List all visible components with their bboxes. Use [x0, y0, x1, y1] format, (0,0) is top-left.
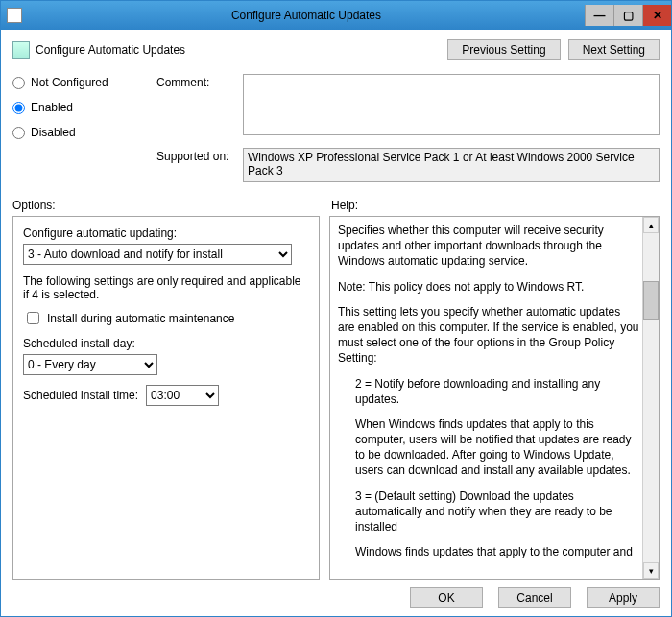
help-p2: Note: This policy does not apply to Wind…: [338, 279, 639, 295]
titlebar: Configure Automatic Updates — ▢ ✕: [1, 1, 671, 30]
cancel-button[interactable]: Cancel: [498, 587, 571, 608]
radio-not-configured-label: Not Configured: [31, 76, 108, 89]
next-setting-button[interactable]: Next Setting: [568, 39, 660, 60]
configure-updating-select[interactable]: 2 - Notify for download and notify for i…: [23, 244, 292, 265]
help-p4: 2 = Notify before downloading and instal…: [338, 376, 639, 407]
scheduled-time-label: Scheduled install time:: [23, 389, 138, 402]
help-pane: Specifies whether this computer will rec…: [329, 216, 660, 580]
policy-icon: [12, 41, 30, 59]
scheduled-day-label: Scheduled install day:: [23, 337, 309, 350]
radio-enabled[interactable]: Enabled: [12, 101, 156, 114]
help-text: Specifies whether this computer will rec…: [338, 223, 659, 559]
configure-updating-label: Configure automatic updating:: [23, 226, 309, 240]
radio-not-configured-input[interactable]: [12, 77, 25, 89]
scroll-track[interactable]: [643, 233, 659, 562]
ok-button[interactable]: OK: [410, 587, 483, 608]
dialog-footer: OK Cancel Apply: [12, 580, 660, 608]
help-scrollbar[interactable]: ▴ ▾: [642, 217, 659, 579]
scroll-thumb[interactable]: [643, 281, 659, 320]
options-pane: Configure automatic updating: 2 - Notify…: [12, 216, 320, 580]
window-control-buttons: — ▢ ✕: [585, 5, 671, 26]
dialog-content: Configure Automatic Updates Previous Set…: [1, 30, 671, 616]
close-button[interactable]: ✕: [642, 5, 671, 26]
supported-label: Supported on:: [156, 148, 243, 185]
scheduled-time-select[interactable]: 00:0001:0002:0003:0004:0005:00: [146, 385, 219, 406]
previous-setting-button[interactable]: Previous Setting: [447, 39, 560, 60]
top-grid: Not Configured Enabled Disabled Comment:…: [12, 74, 660, 185]
comment-label: Comment:: [156, 74, 243, 138]
policy-title: Configure Automatic Updates: [36, 43, 447, 57]
install-during-maintenance-input[interactable]: [27, 312, 39, 324]
comment-textarea[interactable]: [243, 74, 660, 135]
dialog-window: Configure Automatic Updates — ▢ ✕ Config…: [0, 0, 672, 617]
panes: Configure automatic updating: 2 - Notify…: [12, 216, 660, 580]
radio-disabled-label: Disabled: [31, 126, 76, 139]
scheduled-day-select[interactable]: 0 - Every day1 - Every Sunday2 - Every M…: [23, 354, 157, 375]
apply-button[interactable]: Apply: [587, 587, 660, 608]
help-p7: Windows finds updates that apply to the …: [338, 544, 639, 559]
help-p3: This setting lets you specify whether au…: [338, 304, 639, 367]
pane-labels: Options: Help:: [12, 199, 660, 212]
install-during-maintenance-label: Install during automatic maintenance: [47, 312, 234, 325]
scroll-up-arrow-icon[interactable]: ▴: [643, 217, 659, 233]
minimize-button[interactable]: —: [585, 5, 613, 26]
system-icon: [7, 8, 22, 23]
state-radios: Not Configured Enabled Disabled: [12, 74, 156, 185]
help-label: Help:: [331, 199, 358, 212]
window-title: Configure Automatic Updates: [28, 9, 585, 22]
help-p6: 3 = (Default setting) Download the updat…: [338, 488, 639, 535]
header-row: Configure Automatic Updates Previous Set…: [12, 39, 660, 60]
install-during-maintenance-checkbox[interactable]: Install during automatic maintenance: [23, 309, 309, 327]
help-p5: When Windows finds updates that apply to…: [338, 416, 639, 479]
help-p1: Specifies whether this computer will rec…: [338, 223, 639, 270]
supported-on-text: Windows XP Professional Service Pack 1 o…: [243, 148, 660, 182]
radio-disabled-input[interactable]: [12, 127, 25, 139]
options-label: Options:: [12, 199, 331, 212]
radio-disabled[interactable]: Disabled: [12, 126, 156, 139]
maximize-button[interactable]: ▢: [613, 5, 642, 26]
radio-enabled-input[interactable]: [12, 102, 25, 114]
radio-not-configured[interactable]: Not Configured: [12, 76, 156, 89]
radio-enabled-label: Enabled: [31, 101, 73, 114]
options-note: The following settings are only required…: [23, 274, 309, 301]
scroll-down-arrow-icon[interactable]: ▾: [643, 562, 659, 579]
